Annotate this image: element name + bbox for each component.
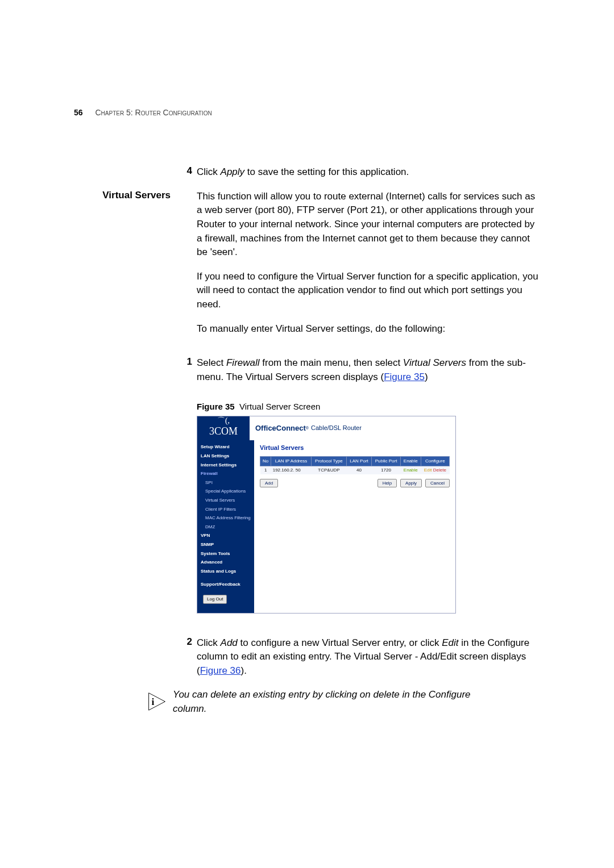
logout-button[interactable]: Log Out bbox=[203, 595, 227, 604]
virtual-servers-table: NoLAN IP AddressProtocol TypeLAN PortPub… bbox=[260, 456, 450, 474]
nav-item[interactable]: SNMP bbox=[200, 540, 252, 549]
figure-35-caption: Figure 35 Virtual Server Screen bbox=[197, 400, 540, 413]
page-number: 56 bbox=[74, 108, 83, 117]
nav-item[interactable]: Status and Logs bbox=[200, 567, 252, 576]
router-nav: Setup WizardLAN SettingsInternet Setting… bbox=[197, 440, 254, 612]
nav-item[interactable]: DMZ bbox=[200, 523, 252, 532]
column-header: No bbox=[260, 457, 271, 466]
column-header: LAN IP Address bbox=[271, 457, 312, 466]
column-header: Protocol Type bbox=[311, 457, 346, 466]
nav-item[interactable]: Firewall bbox=[200, 469, 252, 478]
nav-item[interactable]: Support/Feedback bbox=[200, 580, 252, 589]
nav-item[interactable]: Advanced bbox=[200, 558, 252, 567]
router-ui-screenshot: ⌒(, 3COM OfficeConnect® Cable/DSL Router… bbox=[197, 416, 456, 613]
svg-text:i: i bbox=[151, 696, 154, 707]
cancel-button[interactable]: Cancel bbox=[425, 479, 450, 488]
row-delete-link[interactable]: Delete bbox=[433, 468, 446, 473]
column-header: Enable bbox=[401, 457, 421, 466]
nav-item[interactable]: Setup Wizard bbox=[200, 443, 252, 452]
info-icon: i bbox=[148, 690, 166, 713]
add-button[interactable]: Add bbox=[260, 479, 278, 488]
column-header: Public Port bbox=[372, 457, 401, 466]
product-brand: OfficeConnect® Cable/DSL Router bbox=[250, 416, 455, 440]
chapter-label: Chapter 5: Router Configuration bbox=[95, 108, 211, 117]
vs-para1: This function will allow you to route ex… bbox=[197, 190, 540, 260]
page-header: 56 Chapter 5: Router Configuration bbox=[74, 108, 540, 117]
router-main-title: Virtual Servers bbox=[260, 444, 450, 453]
column-header: Configure bbox=[421, 457, 449, 466]
help-button[interactable]: Help bbox=[377, 479, 397, 488]
row-edit-link[interactable]: Edit bbox=[424, 468, 432, 473]
vs-para2: If you need to configure the Virtual Ser… bbox=[197, 270, 540, 312]
step1-text: Select Firewall from the main menu, then… bbox=[197, 356, 540, 384]
table-row: 1 192.160.2. 50 TCP&UDP 40 1720 Enable E… bbox=[260, 466, 450, 474]
nav-item[interactable]: SPI bbox=[200, 478, 252, 487]
step-number-2: 2 bbox=[179, 636, 197, 648]
nav-item[interactable]: Internet Settings bbox=[200, 461, 252, 470]
step4-text: Click Apply to save the setting for this… bbox=[197, 165, 540, 180]
nav-item[interactable]: Special Applications bbox=[200, 487, 252, 496]
step-number-4: 4 bbox=[179, 165, 197, 177]
figure-36-link[interactable]: Figure 36 bbox=[200, 665, 241, 676]
section-heading-virtual-servers: Virtual Servers bbox=[74, 190, 179, 201]
nav-item[interactable]: Client IP Filters bbox=[200, 505, 252, 514]
column-header: LAN Port bbox=[347, 457, 372, 466]
apply-button[interactable]: Apply bbox=[400, 479, 422, 488]
nav-item[interactable]: LAN Settings bbox=[200, 452, 252, 461]
vs-para3: To manually enter Virtual Server setting… bbox=[197, 322, 540, 336]
step2-text: Click Add to configure a new Virtual Ser… bbox=[197, 636, 540, 678]
row-enable-link[interactable]: Enable bbox=[404, 468, 418, 473]
note-text: You can delete an existing entry by clic… bbox=[173, 688, 491, 716]
nav-item[interactable]: MAC Address Filtering bbox=[200, 514, 252, 523]
nav-item[interactable]: Virtual Servers bbox=[200, 496, 252, 505]
3com-logo: ⌒(, 3COM bbox=[197, 416, 250, 440]
nav-item[interactable]: System Tools bbox=[200, 549, 252, 558]
figure-35-link[interactable]: Figure 35 bbox=[384, 372, 425, 382]
nav-item[interactable]: VPN bbox=[200, 531, 252, 540]
step-number-1: 1 bbox=[179, 356, 197, 368]
